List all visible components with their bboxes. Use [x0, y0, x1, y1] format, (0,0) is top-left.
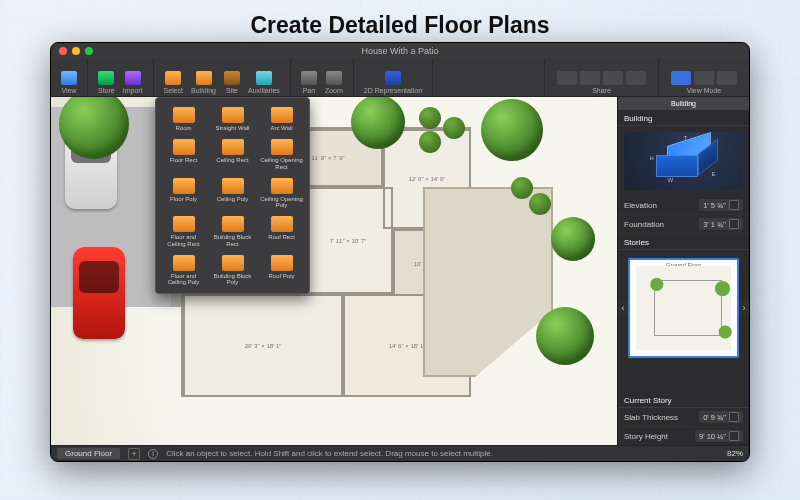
window-close-button[interactable]	[59, 47, 67, 55]
dim-w-label: W	[668, 177, 674, 183]
building-tool-icon	[173, 139, 195, 155]
building-tool-item[interactable]: Roof Rect	[258, 213, 305, 250]
building-tool-label: Straight Wall	[216, 125, 250, 131]
room-g[interactable]: 20' 3" × 18' 1"	[183, 294, 343, 397]
building-tool-item[interactable]: Floor and Ceiling Rect	[160, 213, 207, 250]
building-tool-label: Ceiling Opening Poly	[260, 196, 303, 209]
story-thumbnail[interactable]: Ground Floor	[628, 258, 739, 358]
window-title: House With a Patio	[51, 46, 749, 56]
view-mode-segmented[interactable]	[665, 71, 743, 85]
tree-icon[interactable]	[536, 307, 594, 365]
share-segmented[interactable]	[551, 71, 652, 85]
site-tool[interactable]: Site	[220, 71, 244, 94]
section-current-story: Current Story	[618, 392, 749, 408]
story-height-field[interactable]: 9' 10 ¼"	[695, 430, 743, 442]
dim-h-label: H	[650, 155, 654, 161]
building-tool-icon	[271, 216, 293, 232]
toolbar: View Store Import Select Building Site A…	[51, 59, 749, 97]
building-tool-item[interactable]: Straight Wall	[209, 104, 256, 134]
building-tool-item[interactable]: Ceiling Poly	[209, 175, 256, 212]
dim-t-label: T	[684, 135, 688, 141]
car-red[interactable]	[73, 247, 125, 339]
elevation-label: Elevation	[624, 201, 657, 210]
floor-tab-ground[interactable]: Ground Floor	[57, 448, 120, 459]
window-minimize-button[interactable]	[72, 47, 80, 55]
store-button[interactable]: Store	[94, 71, 119, 94]
zoom-tool[interactable]: Zoom	[321, 71, 347, 94]
floorplan-canvas[interactable]: 14' 0" × 11' 0" 11' 9" × 7' 9" 12' 0" × …	[51, 97, 617, 445]
shrub-icon[interactable]	[419, 107, 441, 129]
view-mode-label: View Mode	[687, 87, 722, 94]
building-tools-popover: RoomStraight WallArc WallFloor RectCeili…	[155, 97, 310, 294]
story-next-button[interactable]: ›	[739, 300, 749, 316]
inspector-tab-building[interactable]: Building	[618, 97, 749, 110]
building-tool-label: Roof Rect	[268, 234, 295, 240]
tree-icon[interactable]	[351, 97, 405, 149]
building-tool-icon	[222, 107, 244, 123]
building-tool-icon	[271, 139, 293, 155]
app-window: House With a Patio View Store Import Sel…	[50, 42, 750, 462]
building-tool-label: Room	[175, 125, 191, 131]
pan-tool[interactable]: Pan	[297, 71, 321, 94]
building-tool-label: Floor Rect	[170, 157, 198, 163]
building-tool-icon	[173, 107, 195, 123]
building-tool-item[interactable]: Floor Poly	[160, 175, 207, 212]
2d-representation-button[interactable]: 2D Representation	[360, 71, 426, 94]
tree-icon[interactable]	[551, 217, 595, 261]
building-tool-item[interactable]: Building Block Poly	[209, 252, 256, 289]
building-3d-preview[interactable]: W H T E	[624, 132, 743, 190]
zoom-readout[interactable]: 82%	[727, 449, 743, 458]
foundation-label: Foundation	[624, 220, 664, 229]
inspector-panel: Building Building W H T E Elevation 1' 5…	[617, 97, 749, 445]
building-tool-item[interactable]: Arc Wall	[258, 104, 305, 134]
building-tool-icon	[271, 178, 293, 194]
view-button[interactable]: View	[57, 71, 81, 94]
building-tool-label: Building Block Poly	[211, 273, 254, 286]
add-floor-button[interactable]: +	[128, 448, 140, 460]
slab-thickness-label: Slab Thickness	[624, 413, 678, 422]
share-label: Share	[592, 87, 611, 94]
dim-e-label: E	[711, 171, 715, 177]
window-zoom-button[interactable]	[85, 47, 93, 55]
building-tool-icon	[173, 216, 195, 232]
room-e[interactable]: 7' 11" × 10' 7"	[303, 187, 393, 294]
building-tool-item[interactable]: Ceiling Rect	[209, 136, 256, 173]
building-tool-icon	[173, 255, 195, 271]
shrub-icon[interactable]	[511, 177, 533, 199]
building-tool[interactable]: Building	[187, 71, 220, 94]
building-tool-label: Floor and Ceiling Rect	[162, 234, 205, 247]
building-tool-item[interactable]: Ceiling Opening Rect	[258, 136, 305, 173]
building-tool-item[interactable]: Floor and Ceiling Poly	[160, 252, 207, 289]
tree-icon[interactable]	[481, 99, 543, 161]
story-height-label: Story Height	[624, 432, 668, 441]
building-tool-icon	[222, 178, 244, 194]
building-tool-item[interactable]: Floor Rect	[160, 136, 207, 173]
building-tool-item[interactable]: Roof Poly	[258, 252, 305, 289]
building-tool-icon	[271, 107, 293, 123]
titlebar: House With a Patio	[51, 43, 749, 59]
building-tool-item[interactable]: Building Block Rect	[209, 213, 256, 250]
building-tool-icon	[222, 216, 244, 232]
select-tool[interactable]: Select	[160, 71, 187, 94]
page-headline: Create Detailed Floor Plans	[0, 0, 800, 39]
status-hint: Click an object to select. Hold Shift an…	[166, 449, 719, 458]
shrub-icon[interactable]	[419, 131, 441, 153]
building-tool-label: Ceiling Rect	[216, 157, 248, 163]
foundation-field[interactable]: 3' 1 ¾"	[699, 218, 743, 230]
building-tool-icon	[173, 178, 195, 194]
building-tool-item[interactable]: Room	[160, 104, 207, 134]
building-tool-label: Ceiling Opening Rect	[260, 157, 303, 170]
slab-thickness-field[interactable]: 0' 9 ¾"	[699, 411, 743, 423]
building-tool-label: Building Block Rect	[211, 234, 254, 247]
story-prev-button[interactable]: ‹	[618, 300, 628, 316]
import-button[interactable]: Import	[119, 71, 147, 94]
building-tool-icon	[222, 139, 244, 155]
shrub-icon[interactable]	[443, 117, 465, 139]
building-tool-item[interactable]: Ceiling Opening Poly	[258, 175, 305, 212]
building-tool-label: Roof Poly	[268, 273, 294, 279]
building-tool-icon	[271, 255, 293, 271]
shrub-icon[interactable]	[529, 193, 551, 215]
elevation-field[interactable]: 1' 5 ¾"	[699, 199, 743, 211]
building-tool-label: Ceiling Poly	[217, 196, 249, 202]
auxiliaries-tool[interactable]: Auxiliaries	[244, 71, 284, 94]
